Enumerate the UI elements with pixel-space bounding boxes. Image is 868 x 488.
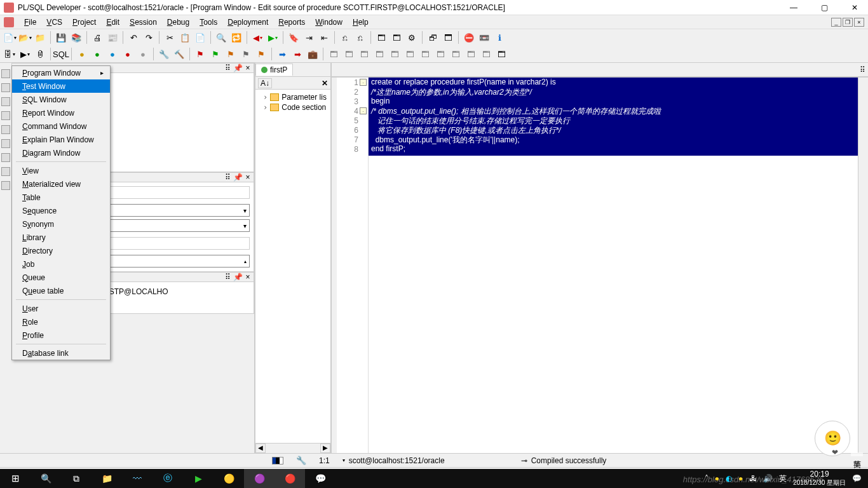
menuitem-sql-window[interactable]: SQL Window [12, 93, 110, 106]
sql-icon[interactable]: SQL [54, 47, 68, 61]
print-button[interactable]: 🖨 [90, 30, 104, 44]
dock-btn-8[interactable] [1, 167, 10, 176]
panel2-pin-icon[interactable]: 📌 [233, 173, 242, 182]
arrow-blue-button[interactable]: ➡ [275, 47, 289, 61]
forward-button[interactable]: ▶▾ [266, 30, 280, 44]
cmd2-button[interactable]: ● [90, 47, 104, 61]
menu-tools[interactable]: Tools [194, 17, 222, 28]
cmd4-button[interactable]: ● [121, 47, 135, 61]
menuitem-user[interactable]: User [12, 302, 110, 315]
open2-button[interactable]: 📁 [33, 30, 47, 44]
undo-button[interactable]: ↶ [126, 30, 140, 44]
menuitem-materialized-view[interactable]: Materialized view [12, 177, 110, 191]
win6-button[interactable]: 🗔 [403, 47, 417, 61]
start-button[interactable]: ⊞ [0, 469, 31, 488]
panel3-opts-icon[interactable]: ⠿ [223, 273, 232, 281]
menuitem-explain-plan-window[interactable]: Explain Plan Window [12, 133, 110, 146]
panel3-pin-icon[interactable]: 📌 [233, 273, 242, 281]
float-avatar[interactable]: 🙂❤ [815, 421, 850, 456]
menuitem-job[interactable]: Job [12, 257, 110, 271]
win7-button[interactable]: 🗔 [418, 47, 432, 61]
report-win-button[interactable]: 🗔 [390, 30, 403, 44]
app2-icon[interactable]: 🟣 [244, 469, 275, 488]
dock-btn-7[interactable] [1, 153, 10, 162]
menuitem-database-link[interactable]: Database link [12, 346, 110, 360]
open-button[interactable]: 📂▾ [18, 30, 32, 44]
menuitem-profile[interactable]: Profile [12, 329, 110, 342]
tree-node[interactable]: ›Code section [255, 102, 330, 112]
find-button[interactable]: 🔍 [214, 30, 228, 44]
explorer-icon[interactable]: 📁 [92, 469, 122, 488]
dock-btn-1[interactable] [1, 69, 10, 78]
dock-btn-3[interactable] [1, 97, 10, 106]
flag1-button[interactable]: ⚑ [193, 47, 207, 61]
menuitem-synonym[interactable]: Synonym [12, 217, 110, 231]
redo-button[interactable]: ↷ [142, 30, 156, 44]
menuitem-view[interactable]: View [12, 164, 110, 177]
menu-project[interactable]: Project [67, 17, 101, 28]
outdent-button[interactable]: ⇤ [317, 30, 331, 44]
cut-button[interactable]: ✂ [163, 30, 177, 44]
db-button[interactable]: 🛢 [33, 47, 47, 61]
panel3-close-icon[interactable]: × [243, 273, 252, 281]
win12-button[interactable]: 🗔 [494, 47, 508, 61]
cmd1-button[interactable]: ● [75, 47, 89, 61]
paste-button[interactable]: 📄 [193, 30, 207, 44]
win2-button[interactable]: 🗔 [342, 47, 356, 61]
tool2-button[interactable]: 🔨 [172, 47, 186, 61]
flag4-button[interactable]: ⚑ [239, 47, 253, 61]
search-taskbar-icon[interactable]: 🔍 [31, 469, 61, 488]
panel1-close-icon[interactable]: × [243, 64, 252, 72]
menuitem-diagram-window[interactable]: Diagram Window [12, 146, 110, 159]
run-button[interactable]: ▶▾ [18, 47, 32, 61]
session-button[interactable]: 🗄▾ [3, 47, 17, 61]
menu-file[interactable]: File [19, 17, 41, 28]
menu-help[interactable]: Help [348, 17, 374, 28]
flag5-button[interactable]: ⚑ [254, 47, 268, 61]
uncomment-button[interactable]: ⎌ [353, 30, 367, 44]
cascade-button[interactable]: 🗗 [426, 30, 440, 44]
wrench-icon[interactable]: 🔧 [296, 456, 306, 465]
win8-button[interactable]: 🗔 [433, 47, 447, 61]
bookmark-button[interactable]: 🔖 [287, 30, 301, 44]
dock-btn-5[interactable] [1, 125, 10, 134]
menuitem-program-window[interactable]: Program Window▸ [12, 66, 110, 79]
menuitem-command-window[interactable]: Command Window [12, 119, 110, 133]
copy-button[interactable]: 📋 [178, 30, 192, 44]
briefcase-button[interactable]: 💼 [306, 47, 320, 61]
arrow-red-button[interactable]: ➡ [290, 47, 304, 61]
menu-window[interactable]: Window [310, 17, 348, 28]
tool1-button[interactable]: 🔧 [157, 47, 171, 61]
info-button[interactable]: ℹ [492, 30, 506, 44]
maximize-button[interactable]: ▢ [815, 3, 834, 12]
menuitem-queue[interactable]: Queue [12, 271, 110, 284]
editor-menu-icon[interactable]: ⠿ [860, 65, 865, 74]
plsql-taskbar-icon[interactable]: 🔴 [275, 469, 305, 488]
panel1-pin-icon[interactable]: 📌 [233, 64, 242, 72]
chrome-icon[interactable]: 🟡 [214, 469, 244, 488]
panel2-close-icon[interactable]: × [243, 173, 252, 182]
dock-btn-6[interactable] [1, 139, 10, 148]
dock-btn-2[interactable] [1, 83, 10, 92]
win5-button[interactable]: 🗔 [388, 47, 402, 61]
menu-reports[interactable]: Reports [273, 17, 310, 28]
tray-notif-icon[interactable]: 💬 [852, 474, 862, 483]
print-preview-button[interactable]: 📰 [105, 30, 119, 44]
menu-vcs[interactable]: VCS [41, 17, 67, 28]
stop-button[interactable]: ⛔ [462, 30, 476, 44]
editor-vscrollbar[interactable] [858, 78, 868, 453]
menu-edit[interactable]: Edit [101, 17, 125, 28]
close-button[interactable]: ✕ [845, 3, 864, 12]
minimize-button[interactable]: — [784, 3, 803, 12]
sql-win-button[interactable]: 🗔 [374, 30, 388, 44]
flag3-button[interactable]: ⚑ [224, 47, 238, 61]
menuitem-table[interactable]: Table [12, 191, 110, 204]
back-button[interactable]: ◀▾ [250, 30, 264, 44]
menuitem-sequence[interactable]: Sequence [12, 204, 110, 217]
save-button[interactable]: 💾 [54, 30, 68, 44]
tree-node[interactable]: ›Parameter lis [255, 92, 330, 102]
new-button[interactable]: 📄▾ [3, 30, 17, 44]
win11-button[interactable]: 🗔 [479, 47, 493, 61]
app1-icon[interactable]: 〰 [122, 469, 153, 488]
prefs-button[interactable]: ⚙ [405, 30, 419, 44]
